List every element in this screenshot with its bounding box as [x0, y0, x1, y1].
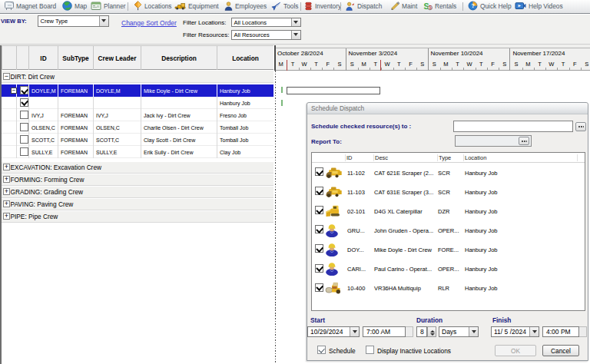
- svg-text:$: $: [429, 5, 432, 10]
- svg-text:?: ?: [471, 2, 475, 9]
